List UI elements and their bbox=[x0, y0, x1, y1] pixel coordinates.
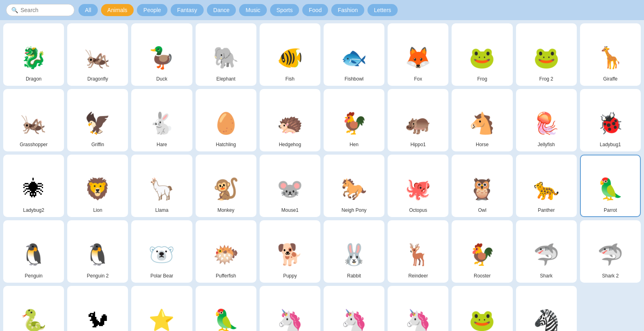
animal-image: 🐆 bbox=[530, 173, 562, 205]
animal-card-horse[interactable]: 🐴Horse bbox=[452, 89, 512, 151]
animal-image: 🐟 bbox=[338, 41, 370, 74]
animal-card-panther[interactable]: 🐆Panther bbox=[516, 155, 577, 217]
animal-image: 🦒 bbox=[594, 41, 626, 74]
animal-name: Griffin bbox=[91, 142, 104, 147]
animal-name: Penguin 2 bbox=[87, 273, 109, 279]
animal-image: 🐓 bbox=[466, 238, 498, 271]
animal-image: 🐙 bbox=[402, 173, 434, 205]
animal-image: 🐧 bbox=[18, 238, 50, 271]
animal-name: Neigh Pony bbox=[342, 207, 367, 213]
animal-card-frog[interactable]: 🐸Frog bbox=[452, 23, 512, 86]
animal-card-lion[interactable]: 🦁Lion bbox=[67, 155, 128, 217]
animal-name: Ladybug2 bbox=[23, 207, 44, 213]
animal-card-puppy[interactable]: 🐕Puppy bbox=[260, 220, 320, 283]
animal-image: 🐇 bbox=[146, 107, 178, 139]
animal-card-parrot[interactable]: 🦜Parrot bbox=[580, 155, 641, 217]
animal-name: Dragonfly bbox=[87, 76, 108, 82]
category-btn-letters[interactable]: Letters bbox=[367, 4, 398, 16]
animal-name: Fishbowl bbox=[345, 76, 363, 82]
category-btn-music[interactable]: Music bbox=[239, 4, 267, 16]
animal-card-reindeer[interactable]: 🦌Reindeer bbox=[388, 220, 448, 283]
animal-card-owl[interactable]: 🦉Owl bbox=[452, 155, 512, 217]
animal-card-fish[interactable]: 🐠Fish bbox=[260, 23, 320, 86]
animal-image: 🐓 bbox=[338, 107, 370, 139]
animal-name: Duck bbox=[156, 76, 167, 82]
animal-card-starfish[interactable]: ⭐Starfish bbox=[131, 286, 192, 331]
animal-image: 🐉 bbox=[18, 41, 50, 74]
animal-card-hippo1[interactable]: 🦛Hippo1 bbox=[388, 89, 448, 151]
category-btn-fashion[interactable]: Fashion bbox=[331, 4, 364, 16]
animal-card-dragonfly[interactable]: 🦗Dragonfly bbox=[67, 23, 128, 86]
animal-card-fox[interactable]: 🦊Fox bbox=[388, 23, 448, 86]
animal-card-unicorn-2[interactable]: 🦄Unicorn 2 bbox=[324, 286, 384, 331]
animal-card-griffin[interactable]: 🦅Griffin bbox=[67, 89, 128, 151]
category-btn-animals[interactable]: Animals bbox=[101, 4, 134, 16]
animal-card-ladybug2[interactable]: 🕷Ladybug2 bbox=[3, 155, 64, 217]
animal-image: 🦔 bbox=[274, 107, 306, 139]
animal-name: Horse bbox=[476, 142, 489, 147]
animal-card-snake[interactable]: 🐍Snake bbox=[3, 286, 64, 331]
animal-card-dragon[interactable]: 🐉Dragon bbox=[3, 23, 64, 86]
animal-card-shark[interactable]: 🦈Shark bbox=[516, 220, 577, 283]
category-btn-sports[interactable]: Sports bbox=[270, 4, 299, 16]
animal-card-wizard-toad[interactable]: 🐸Wizard-toad bbox=[452, 286, 512, 331]
animal-image: 🦆 bbox=[146, 41, 178, 74]
animal-card-penguin-2[interactable]: 🐧Penguin 2 bbox=[67, 220, 128, 283]
animal-card-squirrel[interactable]: 🐿Squirrel bbox=[67, 286, 128, 331]
animal-card-frog-2[interactable]: 🐸Frog 2 bbox=[516, 23, 577, 86]
animal-name: Llama bbox=[155, 207, 169, 213]
animal-image: 🦜 bbox=[210, 304, 242, 331]
animal-card-neigh-pony[interactable]: 🐎Neigh Pony bbox=[324, 155, 384, 217]
animal-card-hare[interactable]: 🐇Hare bbox=[131, 89, 192, 151]
category-btn-dance[interactable]: Dance bbox=[207, 4, 236, 16]
animal-card-monkey[interactable]: 🐒Monkey bbox=[196, 155, 256, 217]
animal-card-shark-2[interactable]: 🦈Shark 2 bbox=[580, 220, 641, 283]
category-btn-people[interactable]: People bbox=[137, 4, 167, 16]
animal-image: 🦜 bbox=[594, 173, 626, 205]
animal-card-rabbit[interactable]: 🐰Rabbit bbox=[324, 220, 384, 283]
animal-card-mouse1[interactable]: 🐭Mouse1 bbox=[260, 155, 320, 217]
animal-card-hedgehog[interactable]: 🦔Hedgehog bbox=[260, 89, 320, 151]
animal-card-jellyfish[interactable]: 🪼Jellyfish bbox=[516, 89, 577, 151]
animal-card-fishbowl[interactable]: 🐟Fishbowl bbox=[324, 23, 384, 86]
animal-card-polar-bear[interactable]: 🐻‍❄️Polar Bear bbox=[131, 220, 192, 283]
animal-image: 🐿 bbox=[82, 304, 114, 331]
animal-image: 🦗 bbox=[18, 107, 50, 139]
animal-card-ladybug1[interactable]: 🐞Ladybug1 bbox=[580, 89, 641, 151]
animal-card-octopus[interactable]: 🐙Octopus bbox=[388, 155, 448, 217]
animal-name: Hen bbox=[350, 142, 359, 147]
animal-card-toucan[interactable]: 🦜Toucan bbox=[196, 286, 256, 331]
animal-image: 🦓 bbox=[530, 304, 562, 331]
animal-name: Reindeer bbox=[408, 273, 428, 279]
category-btn-all[interactable]: All bbox=[78, 4, 98, 16]
animal-card-penguin[interactable]: 🐧Penguin bbox=[3, 220, 64, 283]
animal-card-unicorn[interactable]: 🦄Unicorn bbox=[260, 286, 320, 331]
animal-image: 🕷 bbox=[18, 173, 50, 205]
animal-card-giraffe[interactable]: 🦒Giraffe bbox=[580, 23, 641, 86]
category-btn-food[interactable]: Food bbox=[302, 4, 328, 16]
animal-card-unicorn-ru...[interactable]: 🦄Unicorn Ru... bbox=[388, 286, 448, 331]
animal-image: 🐴 bbox=[466, 107, 498, 139]
category-btn-fantasy[interactable]: Fantasy bbox=[171, 4, 204, 16]
animal-name: Elephant bbox=[217, 76, 235, 82]
animal-card-duck[interactable]: 🦆Duck bbox=[131, 23, 192, 86]
animal-card-pufferfish[interactable]: 🐡Pufferfish bbox=[196, 220, 256, 283]
animal-card-hen[interactable]: 🐓Hen bbox=[324, 89, 384, 151]
search-input[interactable] bbox=[21, 7, 69, 13]
animal-image: 🪼 bbox=[530, 107, 562, 139]
animal-card-rooster[interactable]: 🐓Rooster bbox=[452, 220, 512, 283]
animal-image: 🐘 bbox=[210, 41, 242, 74]
animal-name: Monkey bbox=[217, 207, 234, 213]
animal-image: 🐧 bbox=[82, 238, 114, 271]
animal-image: 🐰 bbox=[338, 238, 370, 271]
animal-name: Fox bbox=[414, 76, 422, 82]
animal-card-llama[interactable]: 🦙Llama bbox=[131, 155, 192, 217]
search-icon: 🔍 bbox=[11, 7, 18, 13]
animal-card-hatchling[interactable]: 🥚Hatchling bbox=[196, 89, 256, 151]
animal-card-elephant[interactable]: 🐘Elephant bbox=[196, 23, 256, 86]
animal-name: Rooster bbox=[474, 273, 491, 279]
search-box[interactable]: 🔍 bbox=[6, 4, 74, 16]
animal-card-zebra[interactable]: 🦓Zebra bbox=[516, 286, 577, 331]
animal-card-grasshopper[interactable]: 🦗Grasshopper bbox=[3, 89, 64, 151]
animal-image: 🦉 bbox=[466, 173, 498, 205]
